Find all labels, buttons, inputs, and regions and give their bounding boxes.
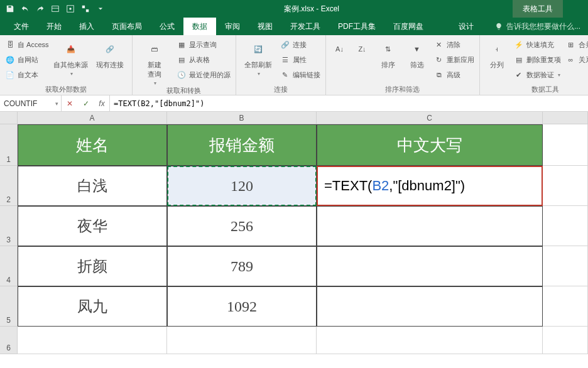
cell-A6[interactable] [18, 327, 167, 354]
from-table-button[interactable]: ▤从表格 [175, 53, 232, 67]
consolidate-icon: ⊞ [566, 40, 576, 50]
save-icon[interactable] [4, 3, 16, 15]
tab-data[interactable]: 数据 [183, 18, 216, 35]
text-to-columns-button[interactable]: ⫞分列 [484, 36, 510, 70]
advanced-button[interactable]: ⧉高级 [433, 68, 476, 82]
row-header-2[interactable]: 2 [0, 166, 18, 206]
cell-D3[interactable] [543, 206, 588, 246]
tab-layout[interactable]: 页面布局 [103, 18, 151, 35]
name-box[interactable]: COUNTIF▾ [0, 95, 62, 111]
from-text-button[interactable]: 📄自文本 [4, 68, 50, 82]
fx-icon[interactable]: fx [94, 95, 109, 111]
tab-baidu[interactable]: 百度网盘 [384, 18, 432, 35]
cell-A3[interactable]: 夜华 [18, 206, 167, 246]
group-external-data: 🗄自 Access 🌐自网站 📄自文本 📥自其他来源▾ 🔗现有连接 获取外部数据 [0, 35, 133, 95]
row-header-4[interactable]: 4 [0, 246, 18, 286]
cell-D2[interactable] [543, 166, 588, 206]
tab-view[interactable]: 视图 [249, 18, 281, 35]
cell-A4[interactable]: 折颜 [18, 246, 167, 286]
row-header-5[interactable]: 5 [0, 286, 18, 327]
tab-review[interactable]: 审阅 [216, 18, 249, 35]
qat-dropdown-icon[interactable] [94, 3, 107, 15]
enter-icon[interactable]: ✓ [78, 95, 94, 111]
reapply-button[interactable]: ↻重新应用 [433, 53, 476, 67]
cell-D5[interactable] [543, 286, 588, 327]
cell-A2[interactable]: 白浅 [18, 166, 167, 206]
tab-pdf[interactable]: PDF工具集 [329, 18, 384, 35]
cell-B1[interactable]: 报销金额 [167, 124, 317, 166]
group-sort-filter: A↓ Z↓ ⇅排序 ▼筛选 ✕清除 ↻重新应用 ⧉高级 排序和筛选 [326, 35, 480, 95]
from-web-button[interactable]: 🌐自网站 [4, 53, 50, 67]
tab-design[interactable]: 设计 [445, 18, 487, 35]
cell-D4[interactable] [543, 246, 588, 286]
filter-button[interactable]: ▼筛选 [404, 36, 430, 70]
recent-sources-button[interactable]: 🕓最近使用的源 [175, 68, 232, 82]
cell-B2[interactable]: 120 [167, 166, 317, 206]
tell-me[interactable]: 告诉我您想要做什么... [487, 21, 588, 32]
flash-fill-button[interactable]: ⚡快速填充 [513, 38, 562, 51]
from-other-button[interactable]: 📥自其他来源▾ [53, 36, 89, 77]
cell-C6[interactable] [317, 327, 543, 354]
sort-az-button[interactable]: A↓ [330, 36, 350, 59]
sort-desc-icon: Z↓ [352, 39, 373, 59]
edit-links-button[interactable]: ✎编辑链接 [279, 68, 322, 82]
cell-C4[interactable] [317, 246, 543, 286]
cell-D6[interactable] [543, 327, 588, 354]
new-query-icon: 🗃 [144, 39, 165, 59]
tab-file[interactable]: 文件 [5, 18, 38, 35]
recent-icon: 🕓 [177, 70, 187, 80]
chevron-down-icon[interactable]: ▾ [55, 100, 58, 107]
cell-C5[interactable] [317, 286, 543, 327]
relationships-button[interactable]: ∞关系 [565, 53, 588, 67]
col-header-B[interactable]: B [167, 112, 317, 124]
row-header-1[interactable]: 1 [0, 124, 18, 166]
show-query-icon: ▦ [177, 40, 187, 50]
tab-dev[interactable]: 开发工具 [281, 18, 329, 35]
show-queries-button[interactable]: ▦显示查询 [175, 38, 232, 51]
cell-A5[interactable]: 凤九 [18, 286, 167, 327]
tab-insert[interactable]: 插入 [70, 18, 103, 35]
clear-filter-button[interactable]: ✕清除 [433, 38, 476, 51]
svg-rect-0 [52, 6, 59, 12]
new-query-button[interactable]: 🗃新建 查询▾ [136, 36, 173, 86]
existing-conn-button[interactable]: 🔗现有连接 [92, 36, 128, 70]
cell-C3[interactable] [317, 206, 543, 246]
redo-icon[interactable] [34, 3, 46, 15]
filter-icon: ▼ [407, 39, 427, 59]
connections-button[interactable]: 🔗连接 [279, 38, 322, 51]
connection-icon: 🔗 [100, 39, 120, 59]
formula-input[interactable]: =TEXT(B2,"[dbnum2]") [110, 99, 588, 108]
relations-icon: ∞ [566, 55, 576, 65]
access-icon: 🗄 [5, 40, 15, 50]
cancel-icon[interactable]: ✕ [62, 95, 78, 111]
cell-D1[interactable] [543, 124, 588, 166]
sort-button[interactable]: ⇅排序 [375, 36, 401, 70]
cell-B4[interactable]: 789 [167, 246, 317, 286]
from-access-button[interactable]: 🗄自 Access [4, 38, 50, 51]
tab-formulas[interactable]: 公式 [151, 18, 183, 35]
qat-icon-3[interactable] [79, 3, 92, 15]
qat-icon-2[interactable] [64, 3, 77, 15]
sort-za-button[interactable]: Z↓ [352, 36, 373, 59]
cell-B6[interactable] [167, 327, 317, 354]
col-header-C[interactable]: C [317, 112, 543, 124]
consolidate-button[interactable]: ⊞合并计算 [565, 38, 588, 51]
cell-B5[interactable]: 1092 [167, 286, 317, 327]
remove-dup-button[interactable]: ▤删除重复项 [513, 53, 562, 67]
col-header-D[interactable] [543, 112, 588, 124]
cell-A1[interactable]: 姓名 [18, 124, 167, 166]
cell-C1[interactable]: 中文大写 [317, 124, 543, 166]
row-header-3[interactable]: 3 [0, 206, 18, 246]
group-get-transform: 🗃新建 查询▾ ▦显示查询 ▤从表格 🕓最近使用的源 获取和转换 [133, 35, 236, 95]
cell-B3[interactable]: 256 [167, 206, 317, 246]
data-validation-button[interactable]: ✔数据验证▾ [513, 68, 562, 82]
cell-C2[interactable]: =TEXT(B2,"[dbnum2]") [317, 166, 543, 206]
col-header-A[interactable]: A [18, 112, 167, 124]
properties-button[interactable]: ☰属性 [279, 53, 322, 67]
tab-home[interactable]: 开始 [38, 18, 70, 35]
undo-icon[interactable] [19, 3, 31, 15]
row-header-6[interactable]: 6 [0, 327, 18, 354]
qat-icon-1[interactable] [49, 3, 62, 15]
select-all-corner[interactable] [0, 112, 18, 124]
refresh-all-button[interactable]: 🔄全部刷新▾ [240, 36, 276, 77]
